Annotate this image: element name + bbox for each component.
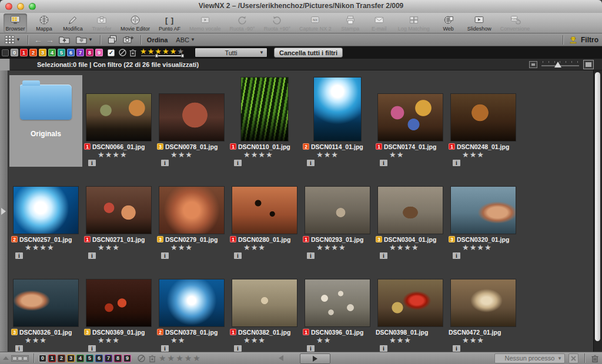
next-file-button[interactable] (300, 353, 330, 364)
photo-thumbnail[interactable] (159, 187, 224, 234)
label-chip-6[interactable]: 6 (67, 49, 75, 56)
file-cell[interactable]: 2DSCN0257_01.jpg★★★★i (9, 168, 82, 259)
photo-thumbnail[interactable] (232, 187, 297, 234)
label-filter-checkbox[interactable] (2, 49, 9, 56)
expand-left-panel-arrow[interactable] (1, 208, 6, 215)
file-cell[interactable]: DSCN0472_01.jpg★★★i (447, 261, 520, 352)
file-cell[interactable]: 1DSCN0280_01.jpg★★★i (228, 168, 301, 259)
rating-range-slider[interactable] (140, 55, 185, 57)
toolbar-slideshow[interactable]: Slideshow (466, 14, 493, 33)
label-chip-5[interactable]: 5 (58, 49, 65, 56)
photo-thumbnail[interactable] (451, 94, 516, 141)
rating-filter-checkbox[interactable]: ✓ (108, 49, 115, 56)
scrollbar-thumb[interactable] (595, 72, 600, 341)
file-info-badge[interactable]: i (234, 345, 242, 352)
file-info-badge[interactable]: i (453, 252, 460, 259)
label-chip-5[interactable]: 5 (86, 355, 93, 362)
file-cell[interactable]: 2DSCN0378_01.jpg★★i (155, 261, 228, 352)
photo-thumbnail[interactable] (305, 187, 370, 234)
file-rating-stars[interactable]: ★★★ (82, 243, 155, 252)
no-rating-icon[interactable] (118, 48, 127, 57)
favorite-folder-button[interactable]: ▼ (75, 35, 94, 45)
photo-thumbnail[interactable] (378, 279, 443, 326)
copy-button[interactable] (106, 35, 118, 45)
file-rating-stars[interactable]: ★★★★ (301, 243, 374, 252)
file-info-badge[interactable]: i (88, 252, 96, 259)
file-info-badge[interactable]: i (88, 345, 96, 352)
thumbnail-size-slider[interactable] (541, 60, 579, 69)
toolbar-web[interactable]: Web (437, 14, 460, 33)
file-info-badge[interactable]: i (161, 160, 169, 166)
photo-thumbnail[interactable] (14, 279, 78, 326)
file-rating-stars[interactable]: ★★★ (447, 336, 520, 345)
label-chip-9[interactable]: 9 (123, 355, 131, 362)
file-info-badge[interactable]: i (380, 345, 387, 352)
clear-filters-button[interactable]: Cancella tutti i filtri (274, 48, 343, 58)
new-capture-button[interactable] (122, 35, 135, 45)
file-cell[interactable]: 3DSCN0304_01.jpg★★★★i (374, 168, 447, 259)
large-thumbnail-icon[interactable] (583, 60, 594, 69)
vertical-scrollbar[interactable] (593, 70, 602, 352)
toolbar-movie-editor[interactable]: Movie Editor (119, 14, 152, 33)
file-cell[interactable]: 3DSCN0369_01.jpg★★★i (82, 261, 155, 352)
file-rating-stars[interactable]: ★★★★ (82, 150, 155, 159)
photo-thumbnail[interactable] (314, 77, 361, 141)
file-info-badge[interactable]: i (380, 160, 387, 166)
file-rating-stars[interactable]: ★★★ (301, 150, 374, 159)
assign-star-1[interactable]: ★ (159, 353, 168, 363)
folder-item-originals[interactable]: Originals (9, 75, 82, 167)
assign-star-4[interactable]: ★ (185, 353, 193, 363)
file-cell[interactable]: 3DSCN0078_01.jpg★★★i (155, 75, 228, 167)
label-chip-1[interactable]: 1 (48, 355, 56, 362)
file-cell[interactable]: 3DSCN0320_01.jpg★★★★i (447, 168, 520, 259)
file-rating-stars[interactable]: ★★ (301, 336, 374, 345)
file-cell[interactable]: 2DSCN0114_01.jpg★★★i (301, 75, 374, 167)
file-rating-stars[interactable]: ★★★★ (9, 243, 82, 252)
rating-assign-stars[interactable]: ★★★★★ (159, 354, 202, 362)
file-rating-stars[interactable]: ★★★ (155, 150, 228, 159)
label-chip-8[interactable]: 8 (114, 355, 122, 362)
filmstrip-view-icon[interactable] (11, 355, 29, 362)
label-chip-0[interactable]: 0 (11, 49, 18, 56)
process-status-dropdown[interactable]: Nessun processo ▼ (494, 353, 565, 363)
photo-thumbnail[interactable] (451, 279, 516, 326)
label-chip-8[interactable]: 8 (86, 49, 93, 56)
trash-filter-icon[interactable] (129, 48, 137, 57)
file-cell[interactable]: 3DSCN0279_01.jpg★★★i (155, 168, 228, 259)
file-info-badge[interactable]: i (15, 252, 23, 259)
file-rating-stars[interactable]: ★★★★ (374, 243, 447, 252)
sort-mode-dropdown[interactable]: ABC ▼ (171, 35, 196, 45)
rating-range-handle-min[interactable] (155, 54, 158, 58)
photo-thumbnail[interactable] (378, 187, 443, 234)
file-cell[interactable]: 1DSCN0066_01.jpg★★★★i (82, 75, 155, 167)
label-chip-3[interactable]: 3 (39, 49, 46, 56)
file-rating-stars[interactable]: ★★★ (447, 150, 520, 159)
label-chip-3[interactable]: 3 (67, 355, 75, 362)
file-cell[interactable]: 1DSCN0110_01.jpg★★★★i (228, 75, 301, 167)
file-info-badge[interactable]: i (380, 252, 387, 259)
photo-thumbnail[interactable] (241, 77, 288, 141)
toolbar-modifica[interactable]: Modifica (61, 14, 85, 33)
photo-thumbnail[interactable] (378, 94, 443, 141)
file-cell[interactable]: 3DSCN0326_01.jpg★★★i (9, 261, 82, 352)
file-info-badge[interactable]: i (88, 160, 96, 166)
photo-thumbnail[interactable] (14, 187, 78, 234)
label-chip-7[interactable]: 7 (105, 355, 112, 362)
label-chip-2[interactable]: 2 (29, 49, 37, 56)
file-rating-stars[interactable]: ★★★ (228, 336, 301, 345)
open-in-explorer-button[interactable] (58, 35, 71, 45)
file-rating-stars[interactable]: ★★★ (374, 336, 447, 345)
file-info-badge[interactable]: i (307, 160, 315, 166)
file-rating-stars[interactable]: ★★★★ (228, 150, 301, 159)
assign-star-2[interactable]: ★ (168, 353, 176, 363)
file-info-badge[interactable]: i (15, 345, 23, 352)
file-cell[interactable]: 1DSCN0271_01.jpg★★★i (82, 168, 155, 259)
toolbar-punto-af[interactable]: [ ]Punto AF (157, 14, 182, 33)
file-rating-stars[interactable]: ★★★ (228, 243, 301, 252)
file-info-badge[interactable]: i (234, 252, 242, 259)
file-info-badge[interactable]: i (453, 160, 460, 166)
photo-thumbnail[interactable] (86, 279, 151, 326)
filter-toggle-button[interactable]: Filtro (556, 35, 598, 45)
file-rating-stars[interactable]: ★★★★ (447, 243, 520, 252)
photo-thumbnail[interactable] (451, 187, 516, 234)
